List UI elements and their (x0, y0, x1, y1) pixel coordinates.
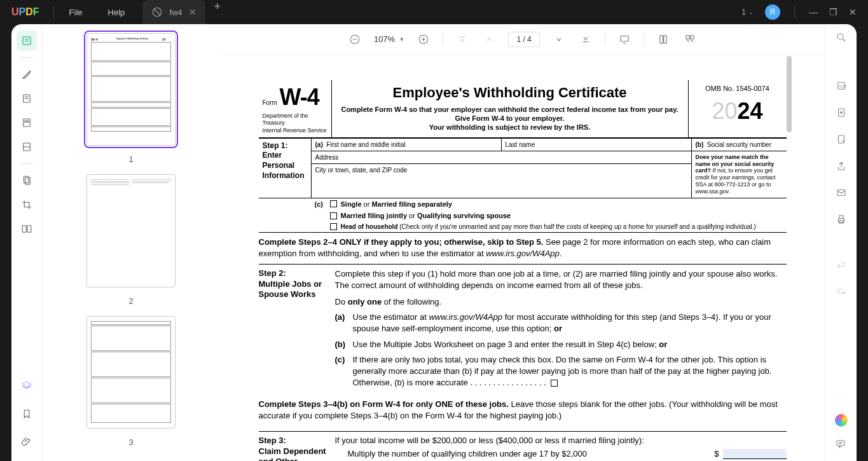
layers-button[interactable] (17, 376, 37, 396)
edit-button[interactable] (17, 88, 37, 109)
single-checkbox[interactable] (330, 200, 337, 207)
pdf-page: Form W-4 Department of the Treasury Inte… (259, 80, 787, 461)
ai-button[interactable] (835, 414, 848, 427)
title-bar: UPDF File Help fw4 ✕ + 1⌄ R — ❐ ✕ (0, 0, 868, 24)
minimize-button[interactable]: — (809, 7, 818, 17)
form-subtitle-3: Your withholding is subject to review by… (336, 123, 684, 132)
organize-button[interactable] (17, 137, 37, 157)
menu-file[interactable]: File (57, 8, 95, 17)
prev-page-button[interactable] (481, 32, 497, 47)
reader-mode-button[interactable] (17, 31, 37, 51)
view-mode-button[interactable] (656, 32, 671, 47)
app-logo: UPDF (0, 6, 51, 18)
married-checkbox[interactable] (330, 212, 337, 219)
separator (794, 6, 795, 18)
svg-rect-25 (660, 36, 663, 43)
svg-rect-8 (23, 119, 30, 127)
ocr-button[interactable]: OCR (836, 80, 847, 94)
svg-rect-9 (25, 121, 29, 122)
document-area[interactable]: Form W-4 Department of the Treasury Inte… (220, 55, 825, 461)
titlebar-right: 1⌄ R — ❐ ✕ (741, 4, 868, 20)
scrollbar[interactable] (787, 56, 792, 132)
step2-title: Multiple Jobs or Spouse Works (259, 279, 322, 299)
attachment-button[interactable] (17, 432, 37, 452)
form-title: Employee's Withholding Certificate (336, 84, 684, 102)
svg-rect-14 (22, 226, 26, 233)
crop-button[interactable] (17, 195, 37, 215)
close-button[interactable]: ✕ (849, 7, 857, 17)
close-icon[interactable]: ✕ (189, 7, 196, 17)
hoh-checkbox[interactable] (330, 223, 337, 230)
thumb-label-3: 3 (128, 437, 133, 447)
city-field[interactable]: City or town, state, and ZIP code (312, 164, 691, 176)
year: 2024 (692, 97, 783, 127)
redo-button[interactable] (836, 286, 847, 300)
last-name-field[interactable]: Last name (502, 139, 691, 151)
thumb-label-2: 2 (128, 296, 133, 306)
step3-label: Step 3: (259, 436, 286, 445)
ssn-field[interactable]: (b) Social security number (692, 139, 787, 151)
thumbnail-page-3[interactable] (86, 316, 176, 429)
svg-rect-37 (839, 216, 843, 219)
name-match-text: Does your name match the name on your so… (692, 151, 787, 198)
tab-bar: fw4 ✕ + (142, 0, 230, 24)
first-name-field[interactable]: (a) First name and middle initial (312, 139, 502, 151)
svg-rect-15 (27, 226, 31, 233)
highlight-button[interactable] (17, 64, 37, 85)
avatar[interactable]: R (765, 4, 780, 20)
svg-rect-28 (691, 36, 694, 39)
last-page-button[interactable] (578, 32, 593, 47)
tab-title: fw4 (169, 8, 182, 17)
thumbnail-page-2[interactable]: Lorem ipsum dolor sit amet text text tex… (86, 174, 176, 287)
separator (644, 33, 644, 46)
instruction-para-2: Complete Steps 3–4(b) on Form W-4 for on… (259, 395, 787, 425)
new-tab-button[interactable]: + (205, 0, 230, 24)
svg-rect-12 (24, 176, 29, 183)
svg-rect-35 (837, 190, 845, 196)
comment-button[interactable] (835, 438, 848, 452)
form-button[interactable] (17, 113, 37, 133)
svg-rect-26 (664, 36, 667, 43)
page-indicator[interactable]: 1⌄ (741, 8, 754, 17)
omb-number: OMB No. 1545-0074 (692, 84, 783, 93)
svg-rect-23 (621, 36, 628, 41)
share-button[interactable] (836, 160, 847, 174)
separator (20, 163, 33, 164)
print-button[interactable] (836, 214, 847, 228)
separator (443, 33, 443, 46)
svg-rect-39 (837, 441, 844, 446)
dept-line-1: Department of the Treasury (263, 113, 327, 127)
svg-line-1 (155, 10, 160, 15)
svg-rect-2 (23, 37, 31, 45)
maximize-button[interactable]: ❐ (829, 7, 837, 17)
step3-intro: If your total income will be $200,000 or… (335, 436, 787, 446)
address-field[interactable]: Address (312, 151, 691, 163)
first-page-button[interactable] (455, 32, 470, 47)
export-button[interactable] (836, 107, 847, 121)
tab-fw4[interactable]: fw4 ✕ (142, 0, 205, 24)
search-button[interactable] (836, 32, 847, 46)
two-jobs-checkbox[interactable] (551, 380, 558, 387)
blocked-icon (151, 6, 163, 18)
page-input[interactable]: 1 / 4 (508, 32, 540, 47)
instruction-para-1: Complete Steps 2–4 ONLY if they apply to… (259, 233, 787, 263)
zoom-value[interactable]: 107%▼ (374, 34, 404, 44)
compare-button[interactable] (17, 219, 37, 239)
pages-button[interactable] (17, 170, 37, 191)
svg-rect-38 (839, 221, 843, 224)
undo-button[interactable] (836, 259, 847, 273)
email-button[interactable] (836, 187, 847, 201)
present-button[interactable] (617, 32, 632, 47)
zoom-out-button[interactable] (347, 32, 362, 47)
save-as-button[interactable] (836, 134, 847, 148)
separator (605, 33, 605, 46)
children-amount-field[interactable] (723, 449, 787, 459)
menu-help[interactable]: Help (95, 8, 138, 17)
svg-text:OCR: OCR (839, 85, 846, 88)
thumbnail-page-1[interactable]: W-4Employee's Withholding Certificate24 (86, 33, 176, 146)
next-page-button[interactable] (551, 32, 567, 47)
layout-button[interactable] (682, 32, 698, 47)
bookmark-button[interactable] (17, 404, 37, 424)
zoom-in-button[interactable] (416, 32, 431, 47)
step1-label: Step 1: (263, 141, 288, 150)
